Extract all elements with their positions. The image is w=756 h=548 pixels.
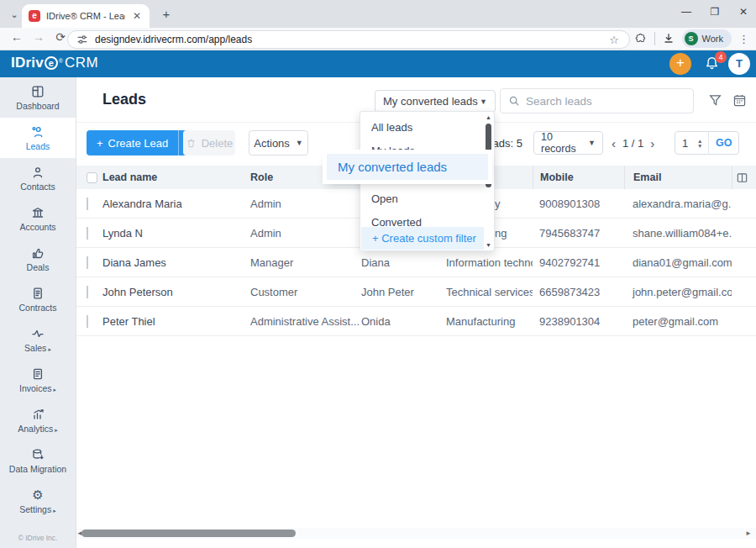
submenu-arrow-icon: ▸	[53, 508, 56, 514]
filter-option-open[interactable]: Open	[360, 188, 483, 208]
dropdown-scrollbar[interactable]: ▲ ▼	[484, 113, 493, 250]
column-header-email: Email	[624, 166, 732, 189]
url-bar[interactable]: designdev.idrivecrm.com/app/leads ☆	[67, 30, 630, 49]
delete-button[interactable]: Delete	[183, 130, 235, 155]
tab-close-icon[interactable]: ✕	[131, 10, 143, 22]
sidebar-item-sales[interactable]: Sales▸	[0, 319, 76, 360]
row-checkbox[interactable]	[87, 198, 88, 210]
filter-option-all-leads[interactable]: All leads	[360, 117, 483, 137]
browser-menu-icon[interactable]: ⋮	[738, 33, 749, 45]
data-migration-icon	[31, 448, 45, 461]
records-per-page-select[interactable]: 10 records ▼	[533, 131, 603, 155]
step-up-icon: ▲	[697, 139, 702, 143]
step-down-icon: ▼	[697, 144, 702, 148]
page-title: Leads	[102, 91, 146, 108]
sidebar-item-dashboard[interactable]: Dashboard	[0, 77, 76, 118]
row-checkbox[interactable]	[87, 315, 88, 328]
next-page-button[interactable]: ›	[650, 137, 654, 150]
profile-avatar: S	[685, 32, 698, 45]
goto-page-control: ▲▼ GO	[675, 131, 739, 155]
invoices-icon	[31, 367, 45, 381]
scroll-down-icon[interactable]: ▼	[484, 242, 493, 248]
chevron-down-icon: ▼	[480, 97, 487, 106]
filter-option-my-converted-leads-selected[interactable]: My converted leads	[327, 154, 488, 180]
forward-button[interactable]: →	[30, 30, 47, 44]
scrollbar-thumb[interactable]	[81, 530, 296, 537]
window-maximize-button[interactable]: ❐	[707, 2, 722, 22]
contracts-icon	[31, 287, 45, 300]
sales-icon	[31, 327, 45, 340]
accounts-icon	[31, 206, 45, 219]
filter-funnel-icon[interactable]	[708, 93, 725, 110]
scroll-right-icon[interactable]: ►	[745, 530, 752, 537]
calendar-icon[interactable]	[732, 93, 749, 110]
tab-search-button[interactable]: ⌄	[7, 7, 22, 22]
browser-tab[interactable]: e IDrive® CRM - Leads ✕	[22, 4, 150, 28]
quick-create-button[interactable]: +	[669, 53, 691, 75]
sidebar: Dashboard Leads Contacts Accounts Deals …	[0, 77, 76, 548]
notification-badge: 4	[715, 51, 727, 63]
table-row[interactable]: John Peterson Customer John Peter Techni…	[76, 277, 756, 307]
new-tab-button[interactable]: +	[158, 7, 175, 22]
chevron-down-icon: ▼	[588, 139, 596, 147]
extensions-icon[interactable]	[634, 32, 648, 45]
url-text: designdev.idrivecrm.com/app/leads	[95, 34, 609, 45]
sidebar-item-settings[interactable]: ⚙ Settings▸	[0, 481, 76, 521]
sidebar-item-contracts[interactable]: Contracts	[0, 279, 76, 319]
sidebar-item-leads[interactable]: Leads	[0, 118, 76, 158]
gear-icon: ⚙	[32, 488, 43, 502]
actions-button[interactable]: Actions ▼	[249, 130, 308, 155]
scroll-up-icon[interactable]: ▲	[484, 114, 493, 120]
chevron-down-icon: ▼	[296, 139, 303, 147]
browser-profile-button[interactable]: S Work	[682, 29, 732, 48]
leads-filter-dropdown: All leads My leads Open Converted + Crea…	[360, 111, 495, 251]
sidebar-item-invoices[interactable]: Invoices▸	[0, 360, 76, 400]
previous-page-button[interactable]: ‹	[612, 137, 616, 150]
plus-icon: +	[97, 137, 103, 150]
pagination: ‹ 1 / 1 ›	[612, 131, 654, 155]
app-navbar: IDrive®CRM + 4 T	[0, 50, 756, 77]
sidebar-item-accounts[interactable]: Accounts	[0, 198, 76, 239]
sidebar-item-contacts[interactable]: Contacts	[0, 158, 76, 198]
create-custom-filter-button[interactable]: + Create custom filter	[361, 227, 484, 250]
row-checkbox[interactable]	[87, 227, 88, 240]
search-icon	[508, 95, 520, 107]
notifications-button[interactable]: 4	[704, 55, 721, 72]
back-button[interactable]: ←	[8, 30, 25, 44]
sidebar-item-data-migration[interactable]: Data Migration	[0, 440, 76, 481]
page-number-stepper[interactable]: ▲▼	[697, 139, 702, 148]
table-row[interactable]: Peter Thiel Administrative Assist... Oni…	[76, 307, 756, 336]
window-close-button[interactable]: ✕	[736, 2, 751, 22]
go-button[interactable]: GO	[709, 137, 738, 149]
logo-e-icon: e	[45, 56, 58, 70]
bookmark-star-icon[interactable]: ☆	[609, 34, 619, 46]
site-favicon-icon: e	[29, 10, 40, 22]
dashboard-icon	[31, 85, 45, 98]
column-picker-icon[interactable]	[736, 171, 748, 184]
search-input[interactable]	[526, 95, 685, 108]
page-indicator: 1 / 1	[622, 137, 643, 150]
trash-icon	[186, 138, 197, 149]
reload-button[interactable]: ⟳	[52, 30, 69, 44]
sidebar-item-analytics[interactable]: Analytics▸	[0, 400, 76, 440]
horizontal-scrollbar[interactable]: ◄ ►	[76, 528, 756, 539]
column-header-lead-name: Lead name	[102, 166, 250, 189]
window-minimize-button[interactable]: —	[679, 2, 694, 22]
app-logo: IDrive®CRM	[11, 55, 98, 71]
site-settings-icon[interactable]	[76, 34, 88, 45]
tab-title: IDrive® CRM - Leads	[46, 11, 125, 21]
downloads-icon[interactable]	[662, 32, 675, 45]
user-avatar[interactable]: T	[728, 53, 750, 75]
leads-filter-select[interactable]: My converted leads ▼	[375, 90, 496, 113]
table-row[interactable]: Diana James Manager Diana Information te…	[76, 248, 756, 277]
submenu-arrow-icon: ▸	[48, 346, 51, 352]
deals-icon	[31, 246, 45, 260]
row-checkbox[interactable]	[87, 286, 88, 298]
page-number-input[interactable]	[675, 137, 696, 150]
contacts-icon	[31, 166, 45, 179]
submenu-arrow-icon: ▸	[54, 387, 57, 393]
search-box[interactable]	[500, 88, 694, 113]
row-checkbox[interactable]	[87, 256, 88, 269]
sidebar-item-deals[interactable]: Deals	[0, 239, 76, 279]
select-all-checkbox[interactable]	[87, 172, 97, 183]
